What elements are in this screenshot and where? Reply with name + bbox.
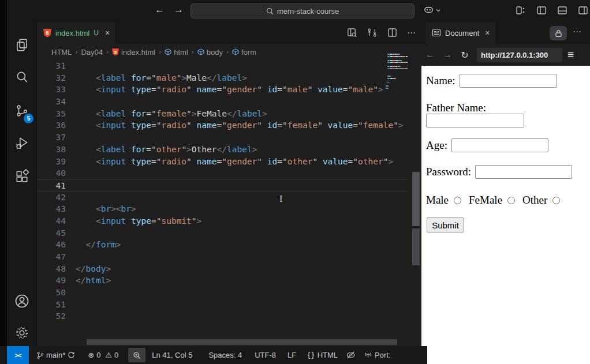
customize-layout-icon[interactable] <box>516 5 526 16</box>
copilot-menu[interactable] <box>423 5 440 16</box>
errors-icon: ⊗ <box>88 351 94 359</box>
code-line-45[interactable]: 45 <box>38 227 407 239</box>
open-changes-icon[interactable] <box>367 27 378 38</box>
breadcrumb-item-body[interactable]: body <box>197 48 223 57</box>
tab-document[interactable]: Document × <box>426 22 495 44</box>
history-back-button[interactable]: ← <box>155 4 165 16</box>
code-line-37[interactable]: 37 <box>38 132 407 144</box>
code-line-42[interactable]: 42 <box>38 192 407 204</box>
eol-item[interactable]: LF <box>283 346 300 364</box>
code-editor[interactable]: 3132 <label for="male">Male</label>33 <i… <box>38 60 407 339</box>
code-line-50[interactable]: 50 <box>38 287 407 299</box>
breadcrumb-separator: › <box>191 48 195 56</box>
command-center-search[interactable]: mern-stack-course <box>191 3 415 18</box>
code-line-33[interactable]: 33 <input type="radio" name="gender" id=… <box>38 84 407 96</box>
line-number: 35 <box>38 108 66 120</box>
browser-back-icon[interactable]: ← <box>421 50 439 60</box>
code-line-32[interactable]: 32 <label for="male">Male</label> <box>38 72 407 84</box>
zoom-status-item[interactable] <box>128 348 145 362</box>
breadcrumb[interactable]: HTML›Day04›5index.html›html›body›form <box>38 44 421 60</box>
tab-label: index.html <box>55 29 89 37</box>
breadcrumb-item-index.html[interactable]: 5index.html <box>112 48 155 57</box>
minimap[interactable] <box>386 52 408 104</box>
code-line-48[interactable]: 48</body> <box>38 263 407 275</box>
braces-icon: {} <box>307 351 315 359</box>
browser-reload-icon[interactable]: ↻ <box>456 50 473 61</box>
breadcrumb-item-html[interactable]: HTML <box>51 48 72 57</box>
mouse-cursor: I <box>279 194 282 204</box>
code-line-49[interactable]: 49</html> <box>38 275 407 287</box>
explorer-icon[interactable] <box>7 31 37 59</box>
code-line-36[interactable]: 36 <input type="radio" name="gender" id=… <box>38 119 407 132</box>
git-branch-icon <box>36 351 44 359</box>
language-mode-item[interactable]: {} HTML <box>303 346 342 364</box>
code-line-35[interactable]: 35 <label for="female">FeMale</label> <box>38 108 407 120</box>
line-number: 31 <box>38 60 66 72</box>
panel-more-actions-icon[interactable]: ⋯ <box>573 27 581 37</box>
scm-badge: 5 <box>24 114 33 123</box>
radio-male[interactable] <box>454 197 461 204</box>
password-input[interactable] <box>475 165 572 179</box>
copilot-status-item[interactable] <box>342 346 360 364</box>
code-line-38[interactable]: 38 <label for="other">Other</label> <box>38 144 407 156</box>
more-actions-icon[interactable]: ⋯ <box>407 28 416 38</box>
problems-item[interactable]: ⊗ 0 ⚠ 0 <box>84 346 122 364</box>
radio-female[interactable] <box>507 197 515 204</box>
browser-forward-icon[interactable]: → <box>439 50 456 60</box>
age-input[interactable] <box>451 138 548 152</box>
panel-tab-close-icon[interactable]: × <box>485 28 490 37</box>
breadcrumb-item-form[interactable]: form <box>232 48 256 57</box>
breadcrumb-separator: › <box>106 48 109 56</box>
radio-other[interactable] <box>552 197 560 204</box>
settings-gear-icon[interactable] <box>7 319 37 347</box>
code-line-31[interactable]: 31 <box>38 60 407 72</box>
tab-index-html[interactable]: 5 index.html U × <box>38 22 116 44</box>
tab-close-icon[interactable]: × <box>105 28 110 37</box>
line-number: 40 <box>38 167 66 179</box>
branch-item[interactable]: main* <box>32 346 79 364</box>
source-control-icon[interactable]: 5 <box>7 97 37 125</box>
code-line-46[interactable]: 46 </form> <box>38 239 407 251</box>
code-line-51[interactable]: 51 <box>38 299 407 311</box>
history-forward-button[interactable]: → <box>174 4 184 16</box>
run-debug-icon[interactable] <box>7 129 37 157</box>
minimap-slider[interactable] <box>412 228 420 265</box>
breadcrumb-item-html[interactable]: html <box>165 48 188 57</box>
open-preview-icon[interactable] <box>346 27 357 38</box>
code-line-40[interactable]: 40 <box>38 167 407 179</box>
toggle-sidebar-left-icon[interactable] <box>536 5 547 16</box>
code-line-52[interactable]: 52 <box>38 310 407 322</box>
code-line-44[interactable]: 44 <input type="submit"> <box>38 215 407 227</box>
url-input[interactable]: http://127.0.0.1:300 <box>477 48 562 62</box>
search-sidebar-icon[interactable] <box>7 63 37 91</box>
cursor-position[interactable]: Ln 41, Col 5 <box>148 346 196 364</box>
split-editor-icon[interactable] <box>387 27 398 38</box>
breadcrumb-item-day04[interactable]: Day04 <box>81 48 103 57</box>
code-line-43[interactable]: 43 <br><br> <box>38 203 407 215</box>
code-line-39[interactable]: 39 <input type="radio" name="gender" id=… <box>38 156 407 168</box>
line-number: 39 <box>38 156 66 168</box>
editor-scrollbar[interactable] <box>412 172 420 226</box>
name-input[interactable] <box>460 74 557 88</box>
father-name-input[interactable] <box>426 114 524 127</box>
indentation-item[interactable]: Spaces: 4 <box>204 346 246 364</box>
radio-label-other: Other <box>522 194 547 207</box>
remote-indicator[interactable]: >< <box>7 346 29 364</box>
toggle-panel-icon[interactable] <box>557 5 567 16</box>
code-line-47[interactable]: 47 <box>38 251 407 263</box>
browser-menu-icon[interactable]: ≡ <box>567 48 574 61</box>
code-line-41[interactable]: 41 <box>38 179 407 192</box>
password-label: Password: <box>426 166 471 178</box>
horizontal-scrollbar[interactable] <box>87 339 397 345</box>
extensions-icon[interactable] <box>7 162 37 190</box>
toggle-sidebar-right-icon[interactable] <box>578 5 588 16</box>
submit-button[interactable]: Submit <box>427 217 464 232</box>
accounts-icon[interactable] <box>7 287 37 315</box>
lock-button[interactable] <box>550 26 567 40</box>
line-number: 49 <box>38 275 66 287</box>
code-line-34[interactable]: 34 <box>38 96 407 108</box>
warnings-icon: ⚠ <box>105 351 112 359</box>
browser-page: Name: Father Name: Age: Password: MaleFe… <box>421 66 590 364</box>
encoding-item[interactable]: UTF-8 <box>251 346 280 364</box>
ports-item[interactable]: Port: <box>360 346 394 364</box>
